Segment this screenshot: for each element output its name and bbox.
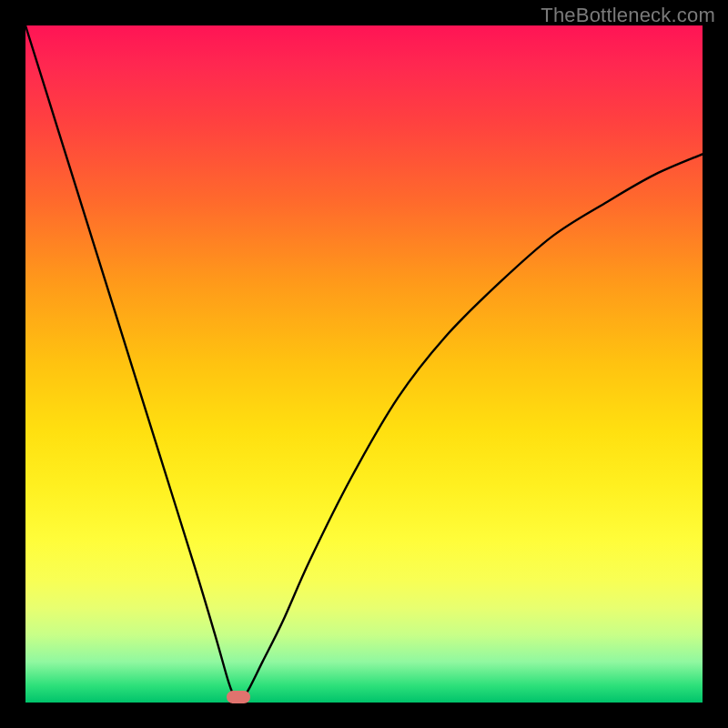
- dip-marker: [227, 691, 250, 703]
- watermark-text: TheBottleneck.com: [541, 4, 715, 27]
- chart-frame: TheBottleneck.com: [0, 0, 728, 728]
- bottleneck-curve: [25, 25, 703, 703]
- plot-area: [25, 25, 703, 703]
- curve-svg: [25, 25, 703, 703]
